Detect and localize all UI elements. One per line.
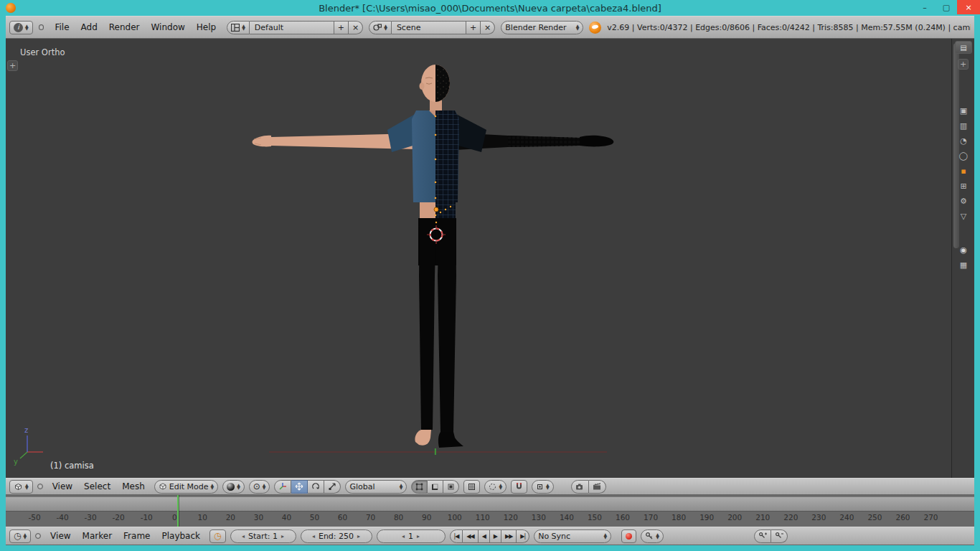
object-tab[interactable]: ▪ (956, 165, 971, 177)
previous-keyframe-button[interactable]: ◀◀ (463, 529, 478, 543)
ruler-tick-label: 0 (161, 513, 189, 522)
snap-element-icon (536, 483, 544, 491)
texture-tab[interactable]: ▦ (956, 259, 971, 271)
render-layers-tab[interactable]: ▥ (956, 120, 971, 132)
minimize-button[interactable]: – (914, 0, 936, 14)
menu-item[interactable]: Mesh (117, 480, 150, 493)
blender-app: i ▲▼ FileAddRenderWindowHelp ▲▼ Default … (6, 16, 974, 545)
expand-toolshelf-icon[interactable]: + (7, 60, 18, 71)
viewport-canvas[interactable]: z y (6, 39, 951, 478)
snap-element-dropdown[interactable]: ▲▼ (532, 480, 554, 494)
current-frame-line[interactable] (177, 495, 179, 527)
limit-selection-visible-button[interactable] (463, 480, 480, 494)
menu-item[interactable]: File (50, 21, 74, 34)
editor-type-button-info[interactable]: i ▲▼ (9, 21, 33, 34)
edge-select-button[interactable] (428, 480, 443, 494)
blender-logo-icon (589, 22, 601, 34)
screen-layout-icon-button[interactable]: ▲▼ (227, 21, 250, 34)
jump-to-start-button[interactable]: |◀ (450, 529, 463, 543)
render-engine-dropdown[interactable]: Blender Render ▲▼ (501, 21, 583, 34)
increment-arrow-icon[interactable]: ▸ (357, 533, 360, 540)
material-tab[interactable]: ◉ (956, 244, 971, 256)
decrement-arrow-icon[interactable]: ◂ (242, 533, 245, 540)
maximize-button[interactable]: ▢ (936, 0, 957, 14)
header-collapse-icon[interactable] (35, 533, 41, 539)
timeline-editor[interactable]: -50-40-30-20-100102030405060708090100110… (6, 495, 974, 527)
expand-properties-icon[interactable]: + (958, 59, 969, 70)
viewport-shading-dropdown[interactable]: ▲▼ (222, 480, 245, 494)
viewport-3d[interactable]: z y User Ortho (1) camisa + (6, 39, 951, 478)
increment-arrow-icon[interactable]: ▸ (281, 533, 284, 540)
menu-item[interactable]: Add (76, 21, 103, 34)
ruler-tick-label: 260 (889, 513, 917, 522)
opengl-render-anim-button[interactable] (589, 480, 606, 494)
menu-item[interactable]: Marker (77, 529, 117, 542)
mode-dropdown[interactable]: Edit Mode ▲▼ (154, 480, 218, 494)
transform-orientation-dropdown[interactable]: Global ▲▼ (345, 480, 407, 494)
delete-layout-button[interactable]: × (349, 21, 363, 34)
insert-keyframe-button[interactable] (754, 529, 771, 543)
chevron-updown-icon: ▲▼ (25, 484, 29, 490)
play-button[interactable]: ▶ (490, 529, 501, 543)
preview-range-toggle-button[interactable]: ◷ (209, 529, 225, 543)
modifiers-tab[interactable]: ⚙ (956, 195, 971, 207)
world-tab[interactable]: ◯ (956, 150, 971, 162)
scene-icon-button[interactable]: ▲▼ (369, 21, 392, 34)
menu-item[interactable]: Select (79, 480, 116, 493)
ruler-tick-label: -30 (77, 513, 105, 522)
editor-type-button-properties[interactable]: ▤ (955, 41, 972, 54)
opengl-render-image-button[interactable] (571, 480, 589, 494)
add-layout-button[interactable]: + (334, 21, 349, 34)
pivot-point-dropdown[interactable]: ⊙ ▲▼ (249, 480, 270, 494)
jump-to-end-button[interactable]: ▶| (517, 529, 529, 543)
menu-item[interactable]: Playback (156, 529, 205, 542)
editor-type-button-3dview[interactable]: ▲▼ (9, 480, 33, 494)
proportional-editing-dropdown[interactable]: ▲▼ (484, 480, 507, 494)
timeline-range-band[interactable] (6, 496, 974, 512)
render-tab[interactable]: ▣ (956, 105, 971, 117)
menu-item[interactable]: Render (104, 21, 145, 34)
grid-floor-line (269, 448, 607, 455)
header-collapse-icon[interactable] (37, 484, 43, 489)
close-button[interactable]: × (957, 0, 980, 14)
scene-name[interactable]: Scene (392, 21, 466, 34)
menu-item[interactable]: Help (192, 21, 221, 34)
menu-item[interactable]: View (47, 480, 77, 493)
keying-set-dropdown[interactable]: ▲▼ (641, 529, 664, 543)
object-origin (434, 207, 438, 212)
manipulator-toggle-button[interactable] (274, 480, 291, 494)
menu-item[interactable]: Window (146, 21, 190, 34)
face-select-button[interactable] (443, 480, 459, 494)
character-model[interactable] (253, 60, 614, 448)
menu-item[interactable]: Frame (118, 529, 155, 542)
menu-item[interactable]: View (45, 529, 75, 542)
frame-start-field[interactable]: ◂ Start: 1 ▸ (230, 529, 296, 543)
sync-mode-dropdown[interactable]: No Sync ▲▼ (534, 529, 611, 543)
auto-keyframe-record-button[interactable] (621, 529, 636, 543)
decrement-arrow-icon[interactable]: ◂ (402, 533, 405, 540)
properties-tab-column-2: ◉▦ (955, 242, 972, 273)
play-reverse-button[interactable]: ◀ (479, 529, 490, 543)
rotate-manipulator-button[interactable] (308, 480, 324, 494)
frame-end-field[interactable]: ◂ End: 250 ▸ (301, 529, 372, 543)
editor-type-button-timeline[interactable]: ◷ ▲▼ (9, 529, 31, 543)
select-mode-group (411, 480, 459, 494)
object-data-tab[interactable]: ▽ (956, 210, 971, 222)
snap-toggle-button[interactable] (511, 480, 527, 494)
constraints-tab[interactable]: ⊞ (956, 180, 971, 192)
screen-layout-name[interactable]: Default (250, 21, 334, 34)
add-scene-button[interactable]: + (466, 21, 481, 34)
header-collapse-icon[interactable] (39, 24, 44, 30)
current-frame-field[interactable]: ◂ 1 ▸ (377, 529, 446, 543)
translate-manipulator-button[interactable] (291, 480, 308, 494)
decrement-arrow-icon[interactable]: ◂ (312, 533, 315, 540)
scene-tab[interactable]: ◔ (956, 135, 971, 147)
delete-scene-button[interactable]: × (481, 21, 495, 34)
next-keyframe-button[interactable]: ▶▶ (501, 529, 517, 543)
ruler-tick-label: 120 (496, 513, 524, 522)
scale-manipulator-button[interactable] (324, 480, 341, 494)
delete-keyframe-button[interactable] (771, 529, 788, 543)
increment-arrow-icon[interactable]: ▸ (417, 533, 420, 540)
vertex-select-button[interactable] (411, 480, 428, 494)
ruler-tick-label: 170 (637, 513, 665, 522)
